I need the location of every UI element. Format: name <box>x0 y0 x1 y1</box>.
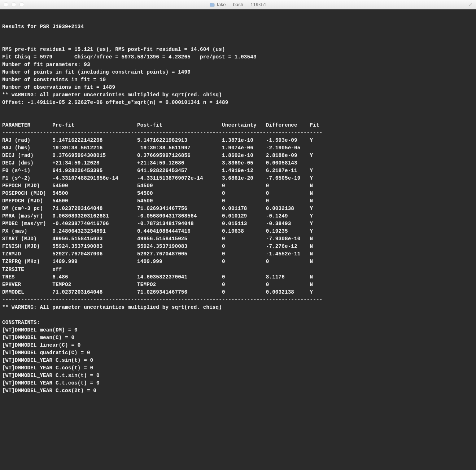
window-title: fake — bash — 119×51 <box>0 2 476 7</box>
zoom-window-button[interactable] <box>19 2 24 7</box>
folder-icon <box>210 3 215 7</box>
window-title-text: fake — bash — 119×51 <box>217 2 266 7</box>
close-window-button[interactable] <box>4 2 8 7</box>
terminal-content[interactable]: Results for PSR J1939+2134 RMS pre-fit r… <box>0 9 476 470</box>
traffic-lights <box>4 2 24 7</box>
expand-icon[interactable]: ⤢ <box>469 2 472 7</box>
minimize-window-button[interactable] <box>12 2 16 7</box>
window-titlebar: fake — bash — 119×51 ⤢ <box>0 0 476 9</box>
